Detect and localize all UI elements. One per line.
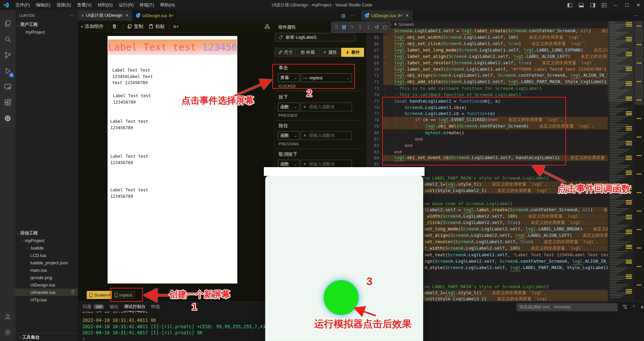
drag-handle-icon[interactable]: ⠿: [335, 24, 338, 30]
sidebar-item-luatide-folder[interactable]: ›.luatide: [15, 244, 78, 252]
layout-panel-icon[interactable]: [575, 0, 587, 10]
activity-explorer-icon[interactable]: [0, 16, 15, 31]
editor-group-actions: ▥ ⋯: [339, 10, 357, 21]
prop-tab-外观[interactable]: 外观: [297, 48, 318, 57]
label-component-4[interactable]: Label Text test 123456789: [110, 118, 148, 131]
filter-input[interactable]: 筛选器(例如 text、!exclude): [516, 303, 618, 311]
section-active-project[interactable]: ⌄活动工程: [15, 229, 78, 237]
activity-run-debug-icon[interactable]: 1: [0, 64, 15, 78]
component-tag-field[interactable]: 标签 LvglLabel1: [275, 33, 355, 41]
layout-secondary-sidebar-icon[interactable]: [587, 0, 598, 10]
menu-item-0[interactable]: 文件(F): [12, 0, 33, 10]
pause-button[interactable]: [343, 25, 346, 29]
menu-item-5[interactable]: 运行(R): [116, 0, 136, 10]
sidebar-title: LUATIDE: [19, 13, 35, 17]
sidebar-item-main.lua[interactable]: main.lua: [15, 266, 78, 274]
label-component-6[interactable]: Label Text test 123456789: [110, 187, 148, 199]
activity-account-icon[interactable]: [0, 309, 15, 324]
activity-luatide-icon[interactable]: [0, 111, 15, 126]
prop-tab-属性[interactable]: 属性: [319, 48, 340, 57]
design-canvas[interactable]: Label Text test 1234567 Label Text Test …: [108, 36, 237, 283]
editor-scrollbar[interactable]: [634, 21, 644, 301]
tab-UiDesign.lua[interactable]: UiDesign.lua9+: [132, 10, 177, 21]
tab-UiDesign.lua-right[interactable]: UiDesign.lua9+✕: [361, 10, 413, 21]
minimap[interactable]: [608, 21, 634, 301]
label-component-3[interactable]: Label Text test 123456789: [113, 93, 151, 105]
close-button[interactable]: ✕: [633, 0, 644, 10]
sidebar-item-tools[interactable]: › 工具集合: [15, 333, 78, 341]
event-type-dropdown-1[interactable]: 函数⌄: [278, 103, 299, 111]
menu-item-3[interactable]: 查看(V): [74, 0, 94, 10]
more-actions-icon[interactable]: ⋯: [634, 13, 638, 18]
prop-tab-事件[interactable]: 事件: [341, 48, 364, 57]
simulator-titlebar[interactable]: [264, 167, 425, 176]
paste-button[interactable]: 粘贴: [149, 24, 165, 30]
collapse-panel-icon[interactable]: ⌃: [632, 305, 636, 310]
layout-sidebar-icon[interactable]: [564, 0, 575, 10]
event-function-input-2[interactable]: ✕请输入函数名: [301, 131, 352, 140]
step-over-button[interactable]: ↷: [350, 24, 354, 30]
sidebar-item-UiTp.lua[interactable]: UiTp.lua: [15, 296, 78, 303]
code-line-65: 65→ lvgl.obj_set_width(ScreenA.LvglLabel…: [366, 34, 608, 41]
event-function-input-1[interactable]: ✕请输入函数名: [301, 103, 352, 111]
console-prompt[interactable]: ›: [82, 336, 85, 341]
close-tab-icon[interactable]: ✕: [125, 13, 129, 18]
sidebar-item-qrcode.png[interactable]: qrcode.png: [15, 274, 78, 281]
sidebar-item-luatide_project.json[interactable]: luatide_project.json: [15, 259, 78, 266]
activity-remote-explorer-icon[interactable]: [0, 79, 15, 94]
menu-item-6[interactable]: 终端(T): [136, 0, 157, 10]
minimize-button[interactable]: ─: [610, 0, 621, 10]
activity-extensions-icon[interactable]: [0, 95, 15, 110]
activity-source-control-icon[interactable]: [0, 48, 15, 63]
breadcrumb-item-2[interactable]: ScreenA: [398, 22, 414, 27]
add-component-button[interactable]: +添加组件: [81, 24, 104, 30]
label-component-5[interactable]: Label Text test 123456789: [110, 153, 148, 166]
sidebar-item-myproject[interactable]: ⌄myProject: [15, 237, 78, 244]
event-type-dropdown-2[interactable]: 函数⌄: [278, 131, 299, 140]
sidebar-item-UiHandle.lua[interactable]: UiHandle.lua: [15, 289, 78, 296]
menu-item-4[interactable]: 转到(G): [95, 0, 116, 10]
activity-settings-icon[interactable]: [0, 325, 15, 340]
sidebar-item-myProject[interactable]: myProject: [15, 28, 78, 36]
hierarchy-icon[interactable]: [264, 24, 270, 31]
list-dropdown-icon[interactable]: ≡▾: [173, 24, 178, 29]
screen-tab-ScreenA[interactable]: ScreenA: [87, 291, 114, 299]
more-actions-icon[interactable]: ⋯: [350, 13, 355, 18]
copy-button[interactable]: 复制: [127, 24, 143, 30]
label-component-banner[interactable]: Label Text test 1234567: [108, 40, 237, 54]
stop-button[interactable]: ◻: [383, 24, 387, 30]
simulator-green-circle[interactable]: [324, 280, 359, 315]
sidebar-item-LCD.lua[interactable]: LCD.lua: [15, 252, 78, 259]
trash-icon[interactable]: [71, 290, 75, 295]
designer-toolbar: +添加组件 复制 粘贴 ≡▾: [78, 21, 274, 32]
panel-tab-问题[interactable]: 问题248: [83, 302, 104, 311]
restart-button[interactable]: ↺: [375, 24, 379, 30]
panel-tab-调试控制台[interactable]: 调试控制台: [124, 302, 146, 311]
menu-item-2[interactable]: 选择(S): [53, 0, 74, 10]
maximize-button[interactable]: ☐: [621, 0, 633, 10]
prop-tab-尺寸[interactable]: 尺寸: [275, 48, 296, 57]
panel-tab-终端[interactable]: 终端: [151, 302, 160, 311]
section-user-project[interactable]: ⌄用户工程: [15, 21, 78, 28]
log-line-0: 2022-04-18 10:31:41.4811: [82, 311, 148, 314]
step-into-button[interactable]: ↧: [358, 24, 362, 30]
log-line-3: 2022-04-18 10:31:41.4817 [I]-[ril.proatc…: [82, 330, 203, 335]
annotation-new-screen: 创建一个新屏幕: [169, 289, 230, 300]
label-component-2[interactable]: Label Text Test 123456Label Text test 12…: [112, 67, 153, 86]
step-out-button[interactable]: ↥: [366, 24, 371, 30]
close-panel-icon[interactable]: ✕: [640, 305, 644, 310]
title-bar: 文件(F)编辑(E)选择(S)查看(V)转到(G)运行(R)终端(T)帮助(H)…: [0, 0, 644, 10]
split-editor-icon[interactable]: ▥: [341, 13, 346, 18]
clear-filter-icon[interactable]: [622, 305, 627, 310]
delete-component-button[interactable]: [112, 24, 119, 29]
menu-item-7[interactable]: 帮助(H): [157, 0, 178, 10]
panel-tab-输出[interactable]: 输出: [110, 302, 118, 311]
sidebar-item-UiDesign.lua[interactable]: UiDesign.lua: [15, 281, 78, 289]
menu-item-1[interactable]: 编辑(E): [33, 0, 53, 10]
layout-customize-icon[interactable]: [598, 0, 610, 10]
close-tab-icon[interactable]: ✕: [406, 13, 409, 18]
sidebar-more-icon[interactable]: ⋯: [70, 13, 75, 18]
code-line-67: 67→ lvgl.label_set_long_mode(ScreenA.Lvg…: [366, 47, 608, 53]
tab-UI设计器:UiDesign[interactable]: ≡UI设计器:UiDesign✕: [78, 10, 132, 21]
activity-search-icon[interactable]: [0, 32, 15, 47]
